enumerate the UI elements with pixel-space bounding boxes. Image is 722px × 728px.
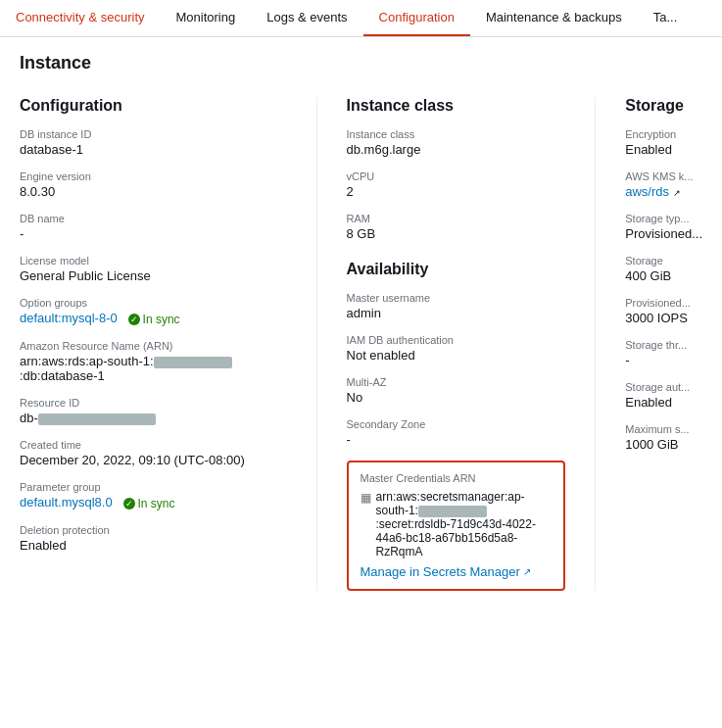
value-storage-throughput: - — [625, 353, 702, 367]
value-encryption: Enabled — [625, 142, 702, 157]
value-resource-id: db- — [20, 411, 287, 425]
value-db-instance-id: database-1 — [20, 142, 287, 157]
resource-id-redacted — [38, 413, 156, 425]
label-storage: Storage — [625, 255, 702, 267]
label-parameter-group: Parameter group — [20, 481, 287, 493]
page-title: Instance — [20, 53, 702, 81]
value-multi-az: No — [347, 390, 566, 405]
tab-logs[interactable]: Logs & events — [251, 0, 362, 36]
instance-class-heading: Instance class — [347, 97, 566, 115]
columns-wrapper: Configuration DB instance ID database-1 … — [20, 97, 702, 591]
value-iam-db-auth: Not enabled — [347, 348, 566, 363]
label-master-username: Master username — [347, 292, 566, 304]
value-created-time: December 20, 2022, 09:10 (UTC-08:00) — [20, 453, 287, 467]
field-parameter-group: Parameter group default.mysql8.0 ✓ In sy… — [20, 481, 287, 510]
manage-secrets-label: Manage in Secrets Manager — [361, 564, 520, 579]
external-link-icon: ↗ — [523, 566, 531, 577]
field-option-groups: Option groups default:mysql-8-0 ✓ In syn… — [20, 297, 287, 326]
availability-heading: Availability — [347, 261, 566, 278]
value-option-groups: default:mysql-8-0 ✓ In sync — [20, 311, 287, 326]
label-encryption: Encryption — [625, 128, 702, 140]
option-groups-sync-label: In sync — [143, 313, 180, 326]
field-provisioned-iops: Provisioned... 3000 IOPS — [625, 297, 702, 325]
tab-configuration[interactable]: Configuration — [363, 0, 470, 36]
field-resource-id: Resource ID db- — [20, 397, 287, 425]
label-storage-throughput: Storage thr... — [625, 339, 702, 351]
config-heading: Configuration — [20, 97, 287, 115]
value-license-model: General Public License — [20, 268, 287, 283]
col-instance: Instance class Instance class db.m6g.lar… — [317, 97, 597, 591]
label-db-instance-id: DB instance ID — [20, 128, 287, 140]
label-ram: RAM — [347, 213, 566, 224]
field-storage-type: Storage typ... Provisioned... — [625, 213, 702, 241]
label-instance-class: Instance class — [347, 128, 566, 140]
field-vcpu: vCPU 2 — [347, 170, 566, 199]
field-iam-db-auth: IAM DB authentication Not enabled — [347, 334, 566, 363]
field-license-model: License model General Public License — [20, 255, 287, 283]
value-provisioned-iops: 3000 IOPS — [625, 311, 702, 325]
field-engine-version: Engine version 8.0.30 — [20, 170, 287, 199]
label-db-name: DB name — [20, 213, 287, 224]
label-license-model: License model — [20, 255, 287, 267]
value-storage-autoscaling: Enabled — [625, 395, 702, 410]
value-aws-kms: aws/rds ↗ — [625, 184, 702, 199]
tab-connectivity[interactable]: Connectivity & security — [0, 0, 161, 36]
label-storage-type: Storage typ... — [625, 213, 702, 224]
field-storage: Storage 400 GiB — [625, 255, 702, 283]
value-instance-class: db.m6g.large — [347, 142, 566, 157]
arn-main-suffix: :secret:rdsldb-71d9c43d-4022-44a6-bc18-a… — [376, 517, 536, 558]
field-maximum-storage: Maximum s... 1000 GiB — [625, 423, 702, 452]
value-maximum-storage: 1000 GiB — [625, 437, 702, 452]
option-groups-sync: ✓ In sync — [128, 313, 180, 326]
value-storage: 400 GiB — [625, 268, 702, 283]
aws-kms-link[interactable]: aws/rds — [625, 184, 669, 199]
field-secondary-zone: Secondary Zone - — [347, 418, 566, 447]
parameter-group-link[interactable]: default.mysql8.0 — [20, 495, 113, 510]
storage-heading: Storage — [625, 97, 702, 115]
credentials-label: Master Credentials ARN — [361, 472, 553, 484]
resource-id-prefix: db- — [20, 411, 38, 425]
value-arn: arn:aws:rds:ap-south-1::db:database-1 — [20, 354, 287, 383]
label-secondary-zone: Secondary Zone — [347, 418, 566, 430]
col-configuration: Configuration DB instance ID database-1 … — [20, 97, 317, 591]
check-icon: ✓ — [128, 314, 140, 325]
label-deletion-protection: Deletion protection — [20, 524, 287, 536]
credentials-arn-text: arn:aws:secretsmanager:ap-south-1::secre… — [376, 490, 553, 558]
arn-prefix: arn:aws:rds:ap-south-1: — [20, 354, 154, 368]
field-storage-throughput: Storage thr... - — [625, 339, 702, 367]
value-db-name: - — [20, 226, 287, 241]
field-aws-kms: AWS KMS k... aws/rds ↗ — [625, 170, 702, 199]
value-ram: 8 GB — [347, 226, 566, 241]
label-maximum-storage: Maximum s... — [625, 423, 702, 435]
col-storage: Storage Encryption Enabled AWS KMS k... … — [596, 97, 702, 591]
credentials-box: Master Credentials ARN ▦ arn:aws:secrets… — [347, 461, 566, 591]
field-arn: Amazon Resource Name (ARN) arn:aws:rds:a… — [20, 340, 287, 383]
label-aws-kms: AWS KMS k... — [625, 170, 702, 182]
tab-monitoring[interactable]: Monitoring — [161, 0, 252, 36]
label-multi-az: Multi-AZ — [347, 376, 566, 388]
tab-maintenance[interactable]: Maintenance & backups — [470, 0, 638, 36]
field-created-time: Created time December 20, 2022, 09:10 (U… — [20, 439, 287, 467]
copy-icon: ▦ — [361, 491, 371, 505]
label-created-time: Created time — [20, 439, 287, 451]
field-db-name: DB name - — [20, 213, 287, 241]
value-engine-version: 8.0.30 — [20, 184, 287, 199]
label-provisioned-iops: Provisioned... — [625, 297, 702, 309]
field-master-username: Master username admin — [347, 292, 566, 320]
page-content: Instance Configuration DB instance ID da… — [0, 37, 722, 607]
tabs-bar: Connectivity & security Monitoring Logs … — [0, 0, 722, 37]
cred-arn-redacted — [418, 506, 487, 517]
parameter-group-sync: ✓ In sync — [123, 497, 175, 510]
label-engine-version: Engine version — [20, 170, 287, 182]
field-db-instance-id: DB instance ID database-1 — [20, 128, 287, 157]
tab-tags[interactable]: Ta... — [638, 0, 694, 36]
value-storage-type: Provisioned... — [625, 226, 702, 241]
manage-secrets-link[interactable]: Manage in Secrets Manager ↗ — [361, 564, 531, 579]
label-resource-id: Resource ID — [20, 397, 287, 409]
arn-redacted — [154, 357, 232, 368]
check-icon-pg: ✓ — [123, 498, 135, 510]
option-groups-link[interactable]: default:mysql-8-0 — [20, 311, 118, 325]
field-multi-az: Multi-AZ No — [347, 376, 566, 405]
field-storage-autoscaling: Storage aut... Enabled — [625, 381, 702, 410]
label-storage-autoscaling: Storage aut... — [625, 381, 702, 393]
